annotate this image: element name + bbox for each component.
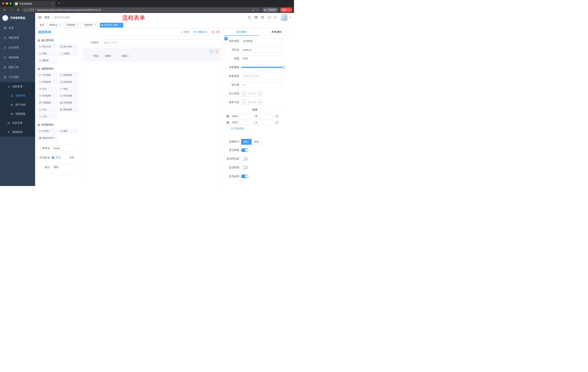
sidebar-item-task-management[interactable]: 任务管理 [0, 118, 35, 128]
update-button[interactable]: 更新 ⋮ [280, 8, 292, 12]
style-option-button[interactable]: 按钮 [252, 139, 262, 145]
browser-menu-icon[interactable]: ⋮ [287, 9, 291, 11]
sidebar-item-system-management[interactable]: 系统管理 [0, 33, 35, 43]
status-off-radio[interactable]: 关闭 [65, 156, 74, 159]
tag-process-model[interactable]: 流程模型× [65, 23, 81, 28]
sidebar-item-process-model[interactable]: 流程模型 [0, 109, 35, 118]
remark-textarea[interactable]: 嘿嘿 [52, 164, 78, 175]
copy-component-button[interactable] [209, 49, 213, 53]
sidebar-item-home[interactable]: 首页 [0, 23, 35, 33]
palette-item[interactable]: 时间选择 [37, 93, 57, 98]
style-option-button[interactable]: 默认 [241, 139, 252, 145]
tag-close-icon[interactable]: × [119, 24, 122, 26]
decrease-button[interactable]: − [241, 100, 247, 105]
min-select-stepper[interactable]: − 至少应选 + [241, 91, 263, 96]
gender-field-block[interactable]: 性别 选项一选项二 [83, 48, 221, 62]
help-icon[interactable] [261, 16, 264, 19]
view-json-button[interactable]: 查看json [194, 30, 207, 34]
sidebar-item-process-form[interactable]: 流程表单 [0, 91, 35, 100]
user-avatar[interactable] [281, 14, 287, 21]
tag-process-definition[interactable]: 流程定义× [47, 23, 63, 28]
drag-handle-icon[interactable] [226, 121, 230, 124]
phone-input[interactable] [101, 40, 221, 46]
security-warning-icon[interactable] [24, 9, 27, 11]
palette-item[interactable]: 按钮 [59, 128, 78, 134]
drag-handle-icon[interactable] [226, 115, 230, 118]
option-label-input[interactable] [253, 120, 273, 125]
switch-disabled[interactable] [241, 166, 248, 170]
checkbox-box[interactable] [101, 55, 104, 57]
browser-tab[interactable]: 芋道管理系统 × [13, 1, 56, 7]
gender-option-checkbox[interactable]: 选项一 [101, 54, 113, 58]
palette-item[interactable]: 滑块 [59, 86, 78, 92]
form-name-input[interactable] [52, 145, 78, 151]
palette-item[interactable]: 级联选择 [59, 72, 78, 78]
font-size-icon[interactable]: TT [274, 16, 277, 19]
tag-close-icon[interactable]: × [76, 24, 79, 26]
palette-item[interactable]: 表格[开发中] [37, 135, 57, 141]
back-button[interactable] [3, 8, 6, 11]
address-bar[interactable]: 不安全 dashboard.yudao.iocoder.cn/bpm/manag… [22, 8, 261, 12]
caret-down-icon[interactable] [289, 17, 291, 19]
grid-slider[interactable] [241, 64, 284, 70]
sidebar-item-workflow[interactable]: 工作流程 [0, 72, 35, 82]
slider-handle[interactable] [282, 66, 285, 69]
tag-process-form-edit[interactable]: 流程表单-编辑× [100, 23, 123, 28]
switch-with-border[interactable] [241, 157, 248, 161]
minimize-window-button[interactable] [6, 2, 8, 5]
tag-home[interactable]: 首页 [38, 23, 46, 28]
remove-option-button[interactable] [275, 121, 279, 124]
fullscreen-icon[interactable] [267, 16, 271, 19]
delete-component-button[interactable] [215, 49, 219, 53]
breadcrumb-item[interactable]: 首页 [45, 16, 50, 19]
tag-close-icon[interactable]: × [94, 24, 96, 26]
github-icon[interactable] [254, 16, 258, 19]
new-tab-button[interactable]: + [56, 0, 63, 7]
palette-item[interactable]: 123计数器 [59, 51, 78, 56]
default-value-input[interactable] [241, 82, 284, 88]
tab-close-icon[interactable]: × [51, 2, 54, 5]
save-button[interactable]: 保存 [180, 30, 189, 34]
palette-item[interactable]: 日期选择 [37, 100, 57, 105]
sidebar-item-user-group[interactable]: 用户分组 [0, 100, 35, 109]
tab-component-props[interactable]: 组件属性 [224, 28, 259, 35]
sidebar-logo[interactable]: 芋道管理系统 [0, 13, 35, 23]
tab-form-props[interactable]: 表单属性 [259, 28, 294, 35]
password-manager-icon[interactable] [252, 9, 255, 11]
checkbox-box[interactable] [118, 55, 120, 57]
max-select-stepper[interactable]: − 最多可选 + [241, 99, 263, 105]
palette-item[interactable]: 上传 [37, 114, 57, 119]
label-width-input[interactable] [241, 73, 284, 79]
remove-option-button[interactable] [275, 115, 279, 118]
palette-item[interactable]: 密码 [37, 51, 57, 56]
palette-item[interactable]: 下拉选择 [37, 72, 57, 78]
option-label-input[interactable] [253, 114, 273, 119]
palette-item[interactable]: 行容器 [37, 128, 57, 134]
palette-item[interactable]: 多选框组 [59, 79, 78, 85]
sidebar-item-process-management[interactable]: 流程管理 [0, 82, 35, 91]
sidebar-item-payment-management[interactable]: 支付管理 [0, 43, 35, 53]
increase-button[interactable]: + [258, 100, 263, 105]
hamburger-icon[interactable] [38, 16, 42, 19]
tag-close-icon[interactable]: × [59, 24, 62, 26]
palette-item[interactable]: 编辑器 [37, 58, 57, 63]
close-window-button[interactable] [2, 2, 4, 5]
decrease-button[interactable]: − [241, 91, 247, 96]
option-value-input[interactable] [231, 120, 252, 125]
palette-item[interactable]: 单行文本 [37, 44, 57, 49]
field-name-input[interactable] [241, 47, 284, 53]
link-anchor-icon[interactable] [224, 37, 228, 40]
reload-button[interactable] [17, 8, 20, 11]
option-value-input[interactable] [231, 114, 252, 119]
add-option-button[interactable]: 添加选项 [231, 127, 284, 130]
sidebar-item-leave-query[interactable]: 请假查询 [0, 128, 35, 137]
forward-button[interactable] [10, 8, 13, 11]
search-icon[interactable] [248, 16, 251, 19]
palette-item[interactable]: 开关 [37, 86, 57, 92]
phone-field-row[interactable]: 手机号 [83, 40, 221, 46]
title-input[interactable] [241, 56, 284, 62]
palette-item[interactable]: 颜色选择 [59, 107, 78, 112]
zoom-window-button[interactable] [10, 2, 12, 5]
sidebar-item-dev-tools[interactable]: 研发工具 [0, 63, 35, 72]
sidebar-item-infrastructure[interactable]: 基础设施 [0, 53, 35, 63]
